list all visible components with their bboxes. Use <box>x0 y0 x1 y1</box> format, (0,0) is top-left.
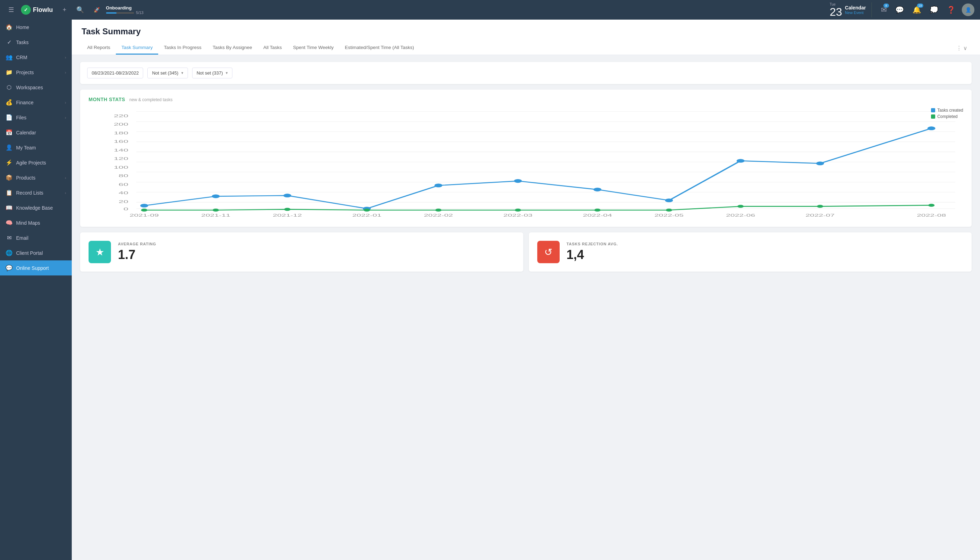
filter-dropdown-1[interactable]: Not set (345) ▾ <box>147 68 188 78</box>
chart-area: Tasks created Completed <box>88 108 963 220</box>
tab-task-summary[interactable]: Task Summary <box>116 41 158 55</box>
tabs-more-button[interactable]: ⋮ ∨ <box>953 42 970 54</box>
sidebar-item-workspaces[interactable]: ⬡ Workspaces <box>0 80 72 95</box>
finance-chevron: › <box>65 100 66 105</box>
rejection-label: TASKS REJECTION AVG. <box>567 242 618 246</box>
svg-text:200: 200 <box>114 122 128 127</box>
sidebar-label-home: Home <box>16 25 29 30</box>
sidebar-item-recordlists[interactable]: 📋 Record Lists › <box>0 185 72 200</box>
tab-tasks-by-assignee[interactable]: Tasks By Assignee <box>207 41 258 55</box>
logo-shield: ✓ <box>21 5 31 15</box>
sidebar-item-agile[interactable]: ⚡ Agile Projects <box>0 155 72 170</box>
knowledgebase-icon: 📖 <box>6 204 13 211</box>
sidebar-item-tasks[interactable]: ✓ Tasks <box>0 35 72 50</box>
svg-text:20: 20 <box>118 199 128 204</box>
onboarding-pill: Onboarding 5/13 <box>106 5 143 15</box>
tab-spent-time-weekly[interactable]: Spent Time Weekly <box>287 41 339 55</box>
chart-card: MONTH STATS new & completed tasks Tasks … <box>80 90 972 227</box>
tab-tasks-in-progress[interactable]: Tasks In Progress <box>158 41 207 55</box>
new-event-link[interactable]: New Event <box>845 10 866 15</box>
tab-estimated-spent[interactable]: Estimated/Spent Time (All Tasks) <box>339 41 420 55</box>
sidebar-label-finance: Finance <box>16 100 33 105</box>
svg-text:100: 100 <box>114 165 128 169</box>
bell-badge: 19 <box>917 3 923 8</box>
calendar-label: Calendar <box>845 5 866 10</box>
filter2-chevron: ▾ <box>226 71 228 75</box>
bell-button[interactable]: 🔔 19 <box>910 3 923 16</box>
svg-text:2021-12: 2021-12 <box>273 213 302 218</box>
logo-text: Flowlu <box>33 6 53 13</box>
rejection-body: TASKS REJECTION AVG. 1,4 <box>567 242 618 262</box>
sidebar-label-mindmaps: Mind Maps <box>16 220 40 226</box>
projects-icon: 📁 <box>6 69 13 76</box>
tasks-icon: ✓ <box>6 39 13 45</box>
svg-point-40 <box>594 208 601 212</box>
svg-point-25 <box>283 193 292 197</box>
email-icon: ✉ <box>6 235 13 241</box>
projects-chevron: › <box>65 70 66 75</box>
svg-text:220: 220 <box>114 113 128 118</box>
sidebar-item-products[interactable]: 📦 Products › <box>0 170 72 185</box>
date-range-picker[interactable]: 08/23/2021-08/23/2022 <box>87 68 143 78</box>
files-icon: 📄 <box>6 114 13 121</box>
svg-text:2022-01: 2022-01 <box>352 213 381 218</box>
sidebar-item-mindmaps[interactable]: 🧠 Mind Maps <box>0 215 72 230</box>
help-button[interactable]: ❓ <box>945 3 958 16</box>
add-button[interactable]: + <box>60 5 69 15</box>
svg-point-24 <box>212 194 220 198</box>
legend-dot-completed <box>931 115 935 118</box>
svg-point-42 <box>737 205 744 208</box>
sidebar-item-projects[interactable]: 📁 Projects › <box>0 65 72 80</box>
svg-point-39 <box>515 208 521 212</box>
finance-icon: 💰 <box>6 99 13 106</box>
svg-point-35 <box>212 208 219 212</box>
filter-bar: 08/23/2021-08/23/2022 Not set (345) ▾ No… <box>80 62 972 84</box>
chart-title: MONTH STATS <box>88 97 125 102</box>
sidebar-item-calendar[interactable]: 📅 Calendar <box>0 125 72 140</box>
svg-text:40: 40 <box>118 191 128 195</box>
sidebar-item-files[interactable]: 📄 Files › <box>0 110 72 125</box>
stats-row: ★ AVERAGE RATING 1.7 ↺ TASKS REJECTION A… <box>80 232 972 272</box>
menu-button[interactable]: ☰ <box>6 5 17 15</box>
filter1-label: Not set (345) <box>152 70 178 76</box>
messages-button[interactable]: 💭 <box>928 3 940 16</box>
search-button[interactable]: 🔍 <box>73 5 87 15</box>
chat-icon: 💬 <box>895 6 904 13</box>
products-chevron: › <box>65 176 66 180</box>
page-title: Task Summary <box>82 27 970 37</box>
sidebar-item-email[interactable]: ✉ Email <box>0 230 72 245</box>
mindmaps-icon: 🧠 <box>6 220 13 226</box>
mail-button[interactable]: ✉ 8 <box>879 3 889 16</box>
sidebar-item-crm[interactable]: 👥 CRM › <box>0 50 72 65</box>
sidebar-item-clientportal[interactable]: 🌐 Client Portal <box>0 245 72 260</box>
sidebar-item-finance[interactable]: 💰 Finance › <box>0 95 72 110</box>
avg-rating-body: AVERAGE RATING 1.7 <box>118 242 156 262</box>
sidebar-label-onlinesupport: Online Support <box>16 265 48 271</box>
sidebar-item-onlinesupport[interactable]: 💬 Online Support <box>0 260 72 275</box>
avg-rating-icon: ★ <box>88 241 111 263</box>
user-avatar[interactable]: 👤 <box>962 3 974 16</box>
svg-point-27 <box>434 184 442 188</box>
filter-dropdown-2[interactable]: Not set (337) ▾ <box>192 68 232 78</box>
mail-badge: 8 <box>883 3 889 8</box>
chat-button[interactable]: 💬 <box>893 3 906 16</box>
onboarding-bar-fill <box>106 12 117 13</box>
svg-text:2022-04: 2022-04 <box>583 213 612 218</box>
sidebar-label-products: Products <box>16 175 35 181</box>
crm-chevron: › <box>65 55 66 60</box>
help-icon: ❓ <box>947 6 955 13</box>
svg-text:2021-11: 2021-11 <box>201 213 230 218</box>
sidebar: 🏠 Home ✓ Tasks 👥 CRM › 📁 Projects › ⬡ Wo… <box>0 20 72 560</box>
sidebar-item-knowledgebase[interactable]: 📖 Knowledge Base <box>0 200 72 215</box>
topnav: ☰ ✓ Flowlu + 🔍 🚀 Onboarding 5/13 Tue 23 … <box>0 0 980 20</box>
tab-all-tasks[interactable]: All Tasks <box>258 41 287 55</box>
tab-all-reports[interactable]: All Reports <box>82 41 116 55</box>
messages-icon: 💭 <box>930 6 938 13</box>
svg-point-36 <box>284 208 290 211</box>
main-header: Task Summary All Reports Task Summary Ta… <box>72 20 980 55</box>
sidebar-item-myteam[interactable]: 👤 My Team <box>0 140 72 155</box>
avg-rating-value: 1.7 <box>118 247 156 262</box>
sidebar-label-email: Email <box>16 235 28 241</box>
sidebar-item-home[interactable]: 🏠 Home <box>0 20 72 35</box>
sidebar-label-calendar: Calendar <box>16 130 36 135</box>
